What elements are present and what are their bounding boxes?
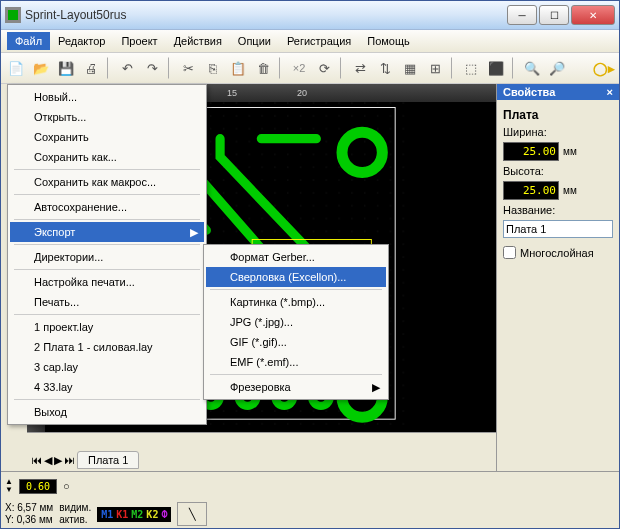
titlebar: Sprint-Layout50rus ─ ☐ ✕ [1, 1, 619, 30]
menu-item[interactable]: Формат Gerber... [206, 247, 386, 267]
undo-icon[interactable]: ↶ [116, 57, 138, 79]
zoomout-icon[interactable]: 🔎 [546, 57, 568, 79]
workarea: 5 10 15 20 [1, 84, 619, 471]
separator [451, 57, 455, 79]
save-icon[interactable]: 💾 [55, 57, 77, 79]
menu-item[interactable]: Выход [10, 402, 204, 422]
board-tabs: ⏮ ◀ ▶ ⏭ Плата 1 [27, 449, 496, 471]
vis-act-labels: видим.актив. [59, 502, 91, 526]
paste-icon[interactable]: 📋 [227, 57, 249, 79]
scrollbar-h[interactable] [27, 432, 496, 449]
drill-icon: ○ [63, 480, 70, 492]
mirror-h-icon[interactable]: ⇄ [349, 57, 371, 79]
menu-project[interactable]: Проект [113, 32, 165, 50]
menu-item[interactable]: Настройка печати... [10, 272, 204, 292]
tab-nav-next[interactable]: ▶ [54, 454, 62, 467]
close-button[interactable]: ✕ [571, 5, 615, 25]
copy-icon[interactable]: ⎘ [202, 57, 224, 79]
separator [168, 57, 172, 79]
multilayer-checkbox[interactable] [503, 246, 516, 259]
menu-item[interactable]: Сохранить [10, 127, 204, 147]
menu-item[interactable]: Открыть... [10, 107, 204, 127]
drill-value[interactable]: 0.60 [19, 479, 57, 494]
print-icon[interactable]: 🖨 [80, 57, 102, 79]
menu-item[interactable]: Сохранить как макрос... [10, 172, 204, 192]
cut-icon[interactable]: ✂ [177, 57, 199, 79]
group-icon[interactable]: ⬚ [460, 57, 482, 79]
board-section-label: Плата [503, 108, 613, 122]
menu-item[interactable]: 2 Плата 1 - силовая.lay [10, 337, 204, 357]
width-label: Ширина: [503, 126, 613, 138]
menu-item[interactable]: Директории... [10, 247, 204, 267]
x2-icon[interactable]: ×2 [288, 57, 310, 79]
height-input[interactable] [503, 181, 559, 200]
multilayer-label: Многослойная [520, 247, 594, 259]
menu-actions[interactable]: Действия [166, 32, 230, 50]
menu-options[interactable]: Опции [230, 32, 279, 50]
menu-item[interactable]: 3 cap.lay [10, 357, 204, 377]
menu-item[interactable]: Экспорт▶ [10, 222, 204, 242]
multilayer-row[interactable]: Многослойная [503, 246, 613, 259]
width-input[interactable] [503, 142, 559, 161]
ungroup-icon[interactable]: ⬛ [485, 57, 507, 79]
tool-preview: ╲ [177, 502, 207, 526]
rotate-icon[interactable]: ⟳ [313, 57, 335, 79]
name-input[interactable] [503, 220, 613, 238]
tab-nav-last[interactable]: ⏭ [64, 454, 75, 466]
file-dropdown: Новый...Открыть...СохранитьСохранить как… [7, 84, 207, 425]
separator [340, 57, 344, 79]
toolbar: 📄 📂 💾 🖨 ↶ ↷ ✂ ⎘ 📋 🗑 ×2 ⟳ ⇄ ⇅ ▦ ⊞ ⬚ ⬛ 🔍 🔎… [1, 53, 619, 84]
separator [279, 57, 283, 79]
zoomin-icon[interactable]: 🔍 [521, 57, 543, 79]
menubar: Файл Редактор Проект Действия Опции Реги… [1, 30, 619, 53]
window-title: Sprint-Layout50rus [25, 8, 507, 22]
menu-item[interactable]: Печать... [10, 292, 204, 312]
menu-registration[interactable]: Регистрация [279, 32, 359, 50]
app-window: Sprint-Layout50rus ─ ☐ ✕ Файл Редактор П… [0, 0, 620, 529]
menu-item[interactable]: JPG (*.jpg)... [206, 312, 386, 332]
separator [512, 57, 516, 79]
board-tab[interactable]: Плата 1 [77, 451, 139, 469]
menu-item[interactable]: Картинка (*.bmp)... [206, 292, 386, 312]
properties-close-icon[interactable]: × [607, 86, 613, 98]
separator [107, 57, 111, 79]
align-icon[interactable]: ▦ [399, 57, 421, 79]
height-label: Высота: [503, 165, 613, 177]
tab-nav-first[interactable]: ⏮ [31, 454, 42, 466]
delete-icon[interactable]: 🗑 [252, 57, 274, 79]
name-label: Название: [503, 204, 613, 216]
menu-item[interactable]: Новый... [10, 87, 204, 107]
menu-item[interactable]: 1 проект.lay [10, 317, 204, 337]
open-icon[interactable]: 📂 [30, 57, 52, 79]
menu-item[interactable]: EMF (*.emf)... [206, 352, 386, 372]
layer-indicator[interactable]: М1К1М2К2Ф [97, 507, 171, 522]
tab-nav-prev[interactable]: ◀ [44, 454, 52, 467]
menu-item[interactable]: 4 33.lay [10, 377, 204, 397]
properties-panel: Свойства × Плата Ширина: мм Высота: мм Н… [496, 84, 619, 471]
statusbar: ▲▼ 0.60 ○ X: 6,57 мм Y: 0,36 мм видим.ак… [1, 471, 619, 528]
minimize-button[interactable]: ─ [507, 5, 537, 25]
unit-label: мм [563, 185, 577, 196]
mirror-v-icon[interactable]: ⇅ [374, 57, 396, 79]
menu-file[interactable]: Файл [7, 32, 50, 50]
new-icon[interactable]: 📄 [5, 57, 27, 79]
menu-item[interactable]: Фрезеровка▶ [206, 377, 386, 397]
menu-item[interactable]: Сохранить как... [10, 147, 204, 167]
menu-editor[interactable]: Редактор [50, 32, 113, 50]
unit-label: мм [563, 146, 577, 157]
properties-title: Свойства [503, 86, 555, 98]
coords: X: 6,57 мм Y: 0,36 мм [5, 502, 53, 526]
app-icon [5, 7, 21, 23]
maximize-button[interactable]: ☐ [539, 5, 569, 25]
properties-header: Свойства × [497, 84, 619, 100]
menu-help[interactable]: Помощь [359, 32, 418, 50]
menu-item[interactable]: GIF (*.gif)... [206, 332, 386, 352]
snap-icon[interactable]: ⊞ [424, 57, 446, 79]
menu-item[interactable]: Сверловка (Excellon)... [206, 267, 386, 287]
stepper-icon[interactable]: ▲▼ [5, 478, 13, 494]
svg-rect-1 [8, 10, 18, 20]
menu-item[interactable]: Автосохранение... [10, 197, 204, 217]
export-dropdown: Формат Gerber...Сверловка (Excellon)...К… [203, 244, 389, 400]
redo-icon[interactable]: ↷ [141, 57, 163, 79]
bulb-icon[interactable]: ◯▸ [593, 57, 615, 79]
